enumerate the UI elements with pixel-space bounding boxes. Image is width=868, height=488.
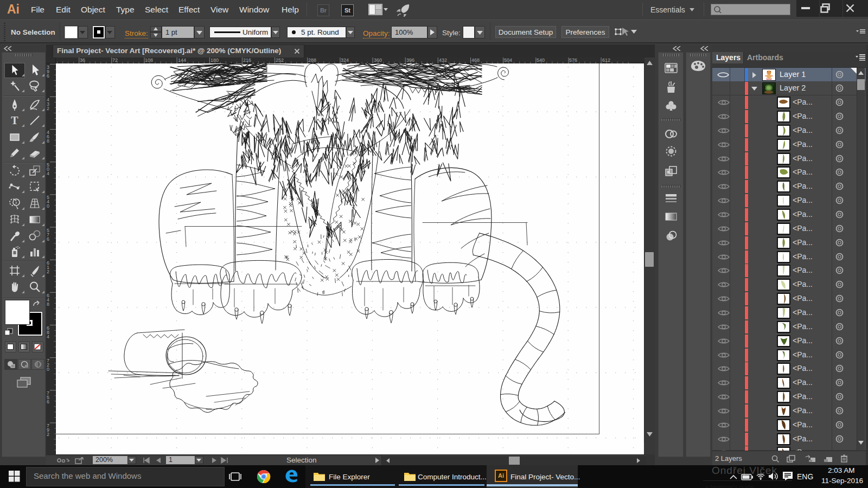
svg-text:6: 6 [47,236,49,242]
svg-text:576: 576 [569,57,577,63]
svg-text:504: 504 [504,57,512,63]
svg-text:8: 8 [47,138,49,144]
svg-text:2: 2 [47,432,49,437]
svg-text:0: 0 [47,203,49,209]
svg-text:144: 144 [178,57,186,63]
svg-text:612: 612 [602,57,610,63]
svg-text:108: 108 [145,57,153,63]
svg-text:T: T [11,114,18,126]
svg-text:468: 468 [471,57,480,63]
svg-text:4: 4 [47,171,49,176]
svg-text:6: 6 [47,73,49,79]
svg-text:2: 2 [47,269,49,274]
svg-text:216: 216 [243,57,251,63]
svg-text:288: 288 [308,57,316,63]
svg-text:4: 4 [47,334,49,339]
svg-text:6: 6 [47,399,49,404]
svg-text:0: 0 [47,367,49,372]
svg-text:396: 396 [406,57,414,63]
svg-text:540: 540 [537,57,545,63]
svg-text:8: 8 [47,301,49,307]
svg-text:252: 252 [276,57,284,63]
svg-text:432: 432 [439,57,447,63]
svg-text:180: 180 [210,57,219,63]
svg-text:360: 360 [374,57,382,63]
svg-text:2: 2 [47,106,49,111]
svg-text:324: 324 [341,57,349,63]
